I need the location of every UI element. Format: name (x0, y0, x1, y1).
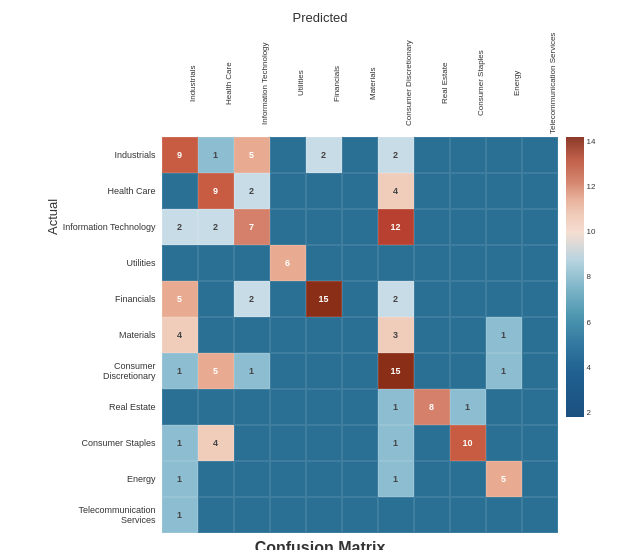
matrix-cell: 0 (198, 389, 234, 425)
matrix-cell: 1 (378, 425, 414, 461)
matrix-row: Consumer Discretionary151000150010 (62, 353, 558, 389)
matrix-cell: 0 (414, 173, 450, 209)
matrix-cell: 2 (234, 173, 270, 209)
matrix-cell: 0 (414, 317, 450, 353)
matrix-cell: 0 (450, 497, 486, 533)
matrix-cell: 2 (162, 209, 198, 245)
matrix-cell: 0 (162, 245, 198, 281)
matrix-cell: 0 (234, 497, 270, 533)
matrix-cell: 0 (306, 461, 342, 497)
matrix-rows: Industrials91502020000Health Care0920004… (62, 137, 558, 533)
matrix-cell: 0 (414, 137, 450, 173)
matrix-cell: 0 (522, 281, 558, 317)
matrix-cell: 0 (450, 353, 486, 389)
matrix-cell: 0 (342, 245, 378, 281)
matrix-cell: 2 (198, 209, 234, 245)
matrix-cell: 0 (342, 497, 378, 533)
matrix-cell: 9 (198, 173, 234, 209)
matrix-cell: 0 (198, 317, 234, 353)
matrix-row: Energy10000010050 (62, 461, 558, 497)
matrix-cell: 12 (378, 209, 414, 245)
colorbar-label: 2 (587, 408, 596, 417)
matrix-cell: 1 (234, 353, 270, 389)
matrix-cell: 0 (342, 317, 378, 353)
matrix-cell: 1 (378, 461, 414, 497)
matrix-cell: 8 (414, 389, 450, 425)
matrix-row: Health Care09200040000 (62, 173, 558, 209)
matrix-cell: 0 (270, 461, 306, 497)
matrix-cell: 0 (234, 245, 270, 281)
matrix-cell: 0 (270, 317, 306, 353)
matrix-cell: 0 (270, 497, 306, 533)
col-header: Utilities (270, 27, 306, 137)
matrix-cell: 5 (162, 281, 198, 317)
matrix-cell: 0 (342, 173, 378, 209)
matrix-row: Financials502015020000 (62, 281, 558, 317)
matrix-cell: 1 (162, 425, 198, 461)
matrix-cell: 0 (198, 461, 234, 497)
matrix-cell: 0 (306, 389, 342, 425)
matrix-cell: 0 (414, 353, 450, 389)
col-header: Real Estate (414, 27, 450, 137)
matrix-row: Consumer Staples140000101000 (62, 425, 558, 461)
matrix-cell: 4 (378, 173, 414, 209)
matrix-cell: 0 (450, 137, 486, 173)
col-header: Industrials (162, 27, 198, 137)
matrix-cell: 0 (270, 353, 306, 389)
matrix-cell: 0 (162, 389, 198, 425)
actual-label: Actual (45, 27, 60, 407)
row-label: Consumer Staples (62, 438, 162, 448)
matrix-cell: 0 (162, 173, 198, 209)
colorbar (566, 137, 584, 417)
right-section: 1412108642 (558, 27, 596, 417)
matrix-cell: 6 (270, 245, 306, 281)
matrix-cell: 0 (414, 425, 450, 461)
predicted-label: Predicted (293, 10, 348, 25)
matrix-cell: 1 (450, 389, 486, 425)
colorbar-label: 8 (587, 272, 596, 281)
matrix-cell: 0 (306, 173, 342, 209)
matrix-cell: 0 (198, 245, 234, 281)
col-header: Consumer Staples (450, 27, 486, 137)
matrix-cell: 1 (162, 497, 198, 533)
matrix-cell: 0 (486, 497, 522, 533)
matrix-area: IndustrialsHealth CareInformation Techno… (62, 27, 558, 533)
matrix-cell: 0 (306, 353, 342, 389)
row-label: Materials (62, 330, 162, 340)
matrix-cell: 5 (234, 137, 270, 173)
matrix-cell: 0 (306, 497, 342, 533)
chart-title: Confusion Matrix (255, 539, 386, 550)
row-label: Consumer Discretionary (62, 361, 162, 381)
matrix-cell: 0 (414, 497, 450, 533)
matrix-cell: 0 (270, 137, 306, 173)
matrix-cell: 0 (234, 425, 270, 461)
row-label: Utilities (62, 258, 162, 268)
row-label: Information Technology (62, 222, 162, 232)
matrix-cell: 0 (306, 425, 342, 461)
matrix-cell: 5 (486, 461, 522, 497)
col-header: Information Technology (234, 27, 270, 137)
matrix-cell: 0 (522, 425, 558, 461)
matrix-cell: 0 (342, 281, 378, 317)
matrix-row: Real Estate00000018100 (62, 389, 558, 425)
col-headers: IndustrialsHealth CareInformation Techno… (162, 27, 558, 137)
matrix-cell: 0 (522, 389, 558, 425)
matrix-cell: 15 (378, 353, 414, 389)
matrix-cell: 0 (270, 173, 306, 209)
matrix-cell: 0 (522, 461, 558, 497)
matrix-cell: 7 (234, 209, 270, 245)
matrix-cell: 2 (234, 281, 270, 317)
colorbar-label: 12 (587, 182, 596, 191)
matrix-cell: 1 (162, 353, 198, 389)
col-header: Financials (306, 27, 342, 137)
matrix-cell: 4 (198, 425, 234, 461)
matrix-cell: 0 (522, 137, 558, 173)
col-header: Telecommunication Services (522, 27, 558, 137)
col-header: Energy (486, 27, 522, 137)
row-label: Industrials (62, 150, 162, 160)
matrix-cell: 0 (486, 245, 522, 281)
matrix-cell: 0 (342, 461, 378, 497)
matrix-cell: 0 (342, 389, 378, 425)
matrix-cell: 0 (342, 137, 378, 173)
matrix-cell: 0 (414, 245, 450, 281)
